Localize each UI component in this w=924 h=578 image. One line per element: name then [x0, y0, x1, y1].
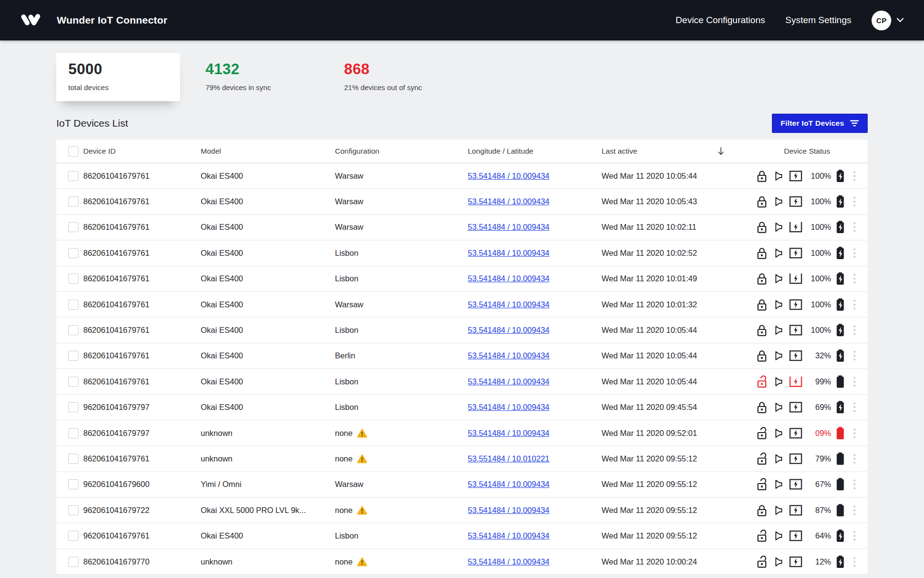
row-menu-kebab-icon[interactable] [852, 196, 857, 208]
speaker-icon [773, 197, 783, 207]
sort-descending-icon[interactable] [717, 147, 725, 156]
lock-closed-icon [757, 221, 767, 234]
battery-charging-icon [835, 221, 845, 234]
row-menu-kebab-icon[interactable] [852, 273, 857, 285]
coordinates-link[interactable]: 53.541484 / 10.009434 [468, 403, 550, 411]
row-checkbox[interactable] [68, 454, 78, 464]
row-menu-kebab-icon[interactable] [852, 170, 857, 182]
row-menu-kebab-icon[interactable] [852, 324, 857, 336]
coordinates-link[interactable]: 53.541484 / 10.009434 [468, 429, 550, 437]
row-checkbox[interactable] [68, 197, 78, 207]
row-menu-kebab-icon[interactable] [852, 453, 857, 465]
battery-percentage: 79% [802, 454, 831, 463]
battery-charging-icon [835, 555, 845, 568]
coordinates-link[interactable]: 53.541484 / 10.009434 [468, 557, 550, 566]
device-model: Okai ES400 [201, 300, 335, 309]
row-checkbox[interactable] [68, 531, 78, 541]
row-checkbox[interactable] [68, 300, 78, 310]
coordinates-link[interactable]: 53.541484 / 10.009434 [468, 249, 550, 257]
device-model: Yimi / Omni [201, 480, 335, 489]
speaker-icon [773, 454, 783, 464]
table-row: 862061041679761 Okai ES400 Lisbon 53.541… [56, 317, 868, 343]
charging-box-closed-icon [789, 530, 802, 541]
row-checkbox[interactable] [68, 428, 78, 438]
device-status: 67% [757, 478, 868, 491]
device-status: 87% [757, 504, 868, 517]
speaker-icon [773, 402, 783, 412]
row-checkbox[interactable] [68, 505, 78, 515]
row-menu-kebab-icon[interactable] [852, 427, 857, 439]
row-checkbox[interactable] [68, 377, 78, 387]
last-active: Wed Mar 11 2020 10:02:52 [602, 249, 757, 258]
row-menu-kebab-icon[interactable] [852, 376, 857, 388]
table-row: 862061041679761 Okai ES400 Berlin 53.541… [56, 343, 868, 369]
row-checkbox[interactable] [68, 351, 78, 361]
row-checkbox[interactable] [68, 479, 78, 489]
select-all-checkbox[interactable] [68, 146, 78, 157]
row-menu-kebab-icon[interactable] [852, 221, 857, 233]
device-id: 962061041679797 [83, 403, 201, 412]
col-header-last-active: Last active [602, 147, 637, 155]
device-status: 100% [757, 221, 868, 234]
row-checkbox[interactable] [68, 248, 78, 258]
row-menu-kebab-icon[interactable] [852, 247, 857, 259]
warning-icon [357, 506, 367, 515]
coordinates-link[interactable]: 53.541484 / 10.009434 [468, 300, 550, 309]
battery-percentage: 87% [802, 506, 831, 515]
coordinates-link[interactable]: 53.551484 / 10.010221 [468, 454, 550, 463]
device-model: Okai ES400 [201, 403, 335, 412]
coordinates-link[interactable]: 53.541484 / 10.009434 [468, 377, 550, 386]
filter-button-label: Filter IoT Devices [781, 119, 844, 128]
coordinates-link[interactable]: 53.541484 / 10.009434 [468, 351, 550, 360]
device-id: 862061041679761 [83, 454, 201, 463]
nav-device-configurations[interactable]: Device Configurations [676, 15, 765, 26]
row-checkbox[interactable] [68, 325, 78, 335]
col-header-device-status: Device Status [757, 147, 868, 156]
table-row: 962061041679722 Okai XXL 5000 PRO LVL 9k… [56, 498, 868, 523]
coordinates-link[interactable]: 53.541484 / 10.009434 [468, 506, 550, 514]
nav-system-settings[interactable]: System Settings [785, 15, 851, 26]
row-checkbox[interactable] [68, 171, 78, 181]
row-checkbox[interactable] [68, 402, 78, 412]
coordinates-link[interactable]: 53.541484 / 10.009434 [468, 274, 550, 283]
row-menu-kebab-icon[interactable] [852, 350, 857, 362]
row-menu-kebab-icon[interactable] [852, 556, 857, 568]
coordinates-link[interactable]: 53.541484 / 10.009434 [468, 223, 550, 231]
col-header-model: Model [201, 147, 335, 156]
coordinates-link[interactable]: 53.541484 / 10.009434 [468, 531, 550, 540]
speaker-icon [773, 505, 783, 515]
row-menu-kebab-icon[interactable] [852, 299, 857, 311]
row-menu-kebab-icon[interactable] [852, 478, 857, 490]
device-status: 100% [757, 324, 868, 337]
iot-devices-table: Device ID Model Configuration Longitude … [56, 140, 868, 575]
user-menu[interactable]: CP [872, 11, 904, 30]
charging-box-open-icon [789, 376, 802, 387]
coordinates-link[interactable]: 53.541484 / 10.009434 [468, 326, 550, 334]
battery-percentage: 12% [802, 557, 831, 566]
row-checkbox[interactable] [68, 222, 78, 232]
device-id: 862061041679797 [83, 429, 201, 438]
avatar[interactable]: CP [872, 11, 891, 30]
device-status: 79% [757, 452, 868, 465]
table-row: 862061041679761 Okai ES400 Lisbon 53.541… [56, 240, 868, 266]
device-id: 862061041679761 [83, 377, 201, 386]
row-checkbox[interactable] [68, 274, 78, 284]
battery-charging-icon [835, 324, 845, 337]
charging-box-open-icon [789, 273, 802, 284]
device-status: 100% [757, 247, 868, 260]
device-model: Okai ES400 [201, 274, 335, 283]
row-menu-kebab-icon[interactable] [852, 401, 857, 413]
table-header-row: Device ID Model Configuration Longitude … [56, 140, 868, 163]
battery-percentage: 64% [802, 531, 831, 540]
chevron-down-icon[interactable] [897, 18, 904, 23]
filter-iot-devices-button[interactable]: Filter IoT Devices [772, 114, 868, 133]
speaker-icon [773, 479, 783, 489]
coordinates-link[interactable]: 53.541484 / 10.009434 [468, 197, 550, 206]
row-menu-kebab-icon[interactable] [852, 504, 857, 516]
battery-charging-icon [835, 349, 845, 362]
row-checkbox[interactable] [68, 557, 78, 567]
coordinates-link[interactable]: 53.541484 / 10.009434 [468, 171, 550, 180]
charging-box-closed-icon [789, 428, 802, 439]
row-menu-kebab-icon[interactable] [852, 530, 857, 542]
coordinates-link[interactable]: 53.541484 / 10.009434 [468, 480, 550, 488]
